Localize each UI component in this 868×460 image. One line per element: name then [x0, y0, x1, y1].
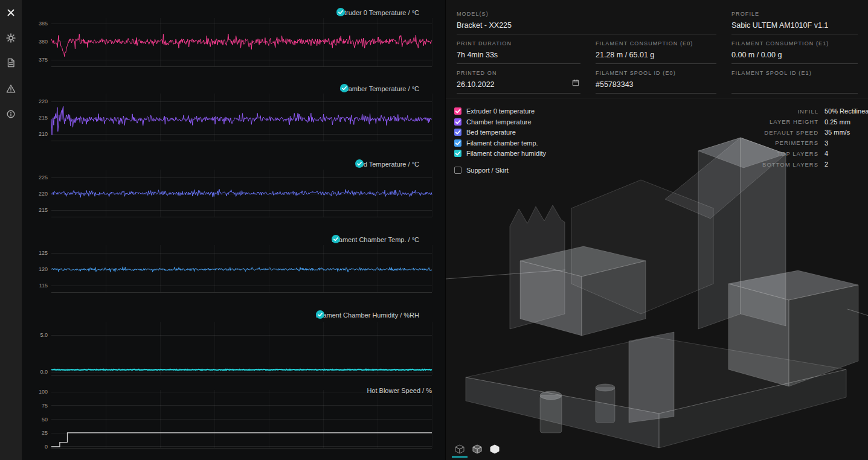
info-field-value[interactable]: [731, 80, 858, 89]
info-field-value[interactable]: 0.00 m / 0.00 g: [731, 51, 858, 60]
y-tick-label: 375: [39, 57, 48, 63]
legend-item-label: Filament chamber humidity: [466, 150, 546, 157]
y-tick-label: 25: [42, 430, 48, 436]
series-line: [51, 106, 432, 135]
series-line: [51, 34, 432, 57]
checked-checkbox[interactable]: [454, 150, 461, 157]
setting-value: 3: [825, 139, 864, 147]
checked-checkbox[interactable]: [454, 118, 461, 126]
info-field-label: MODEL(S): [457, 11, 716, 17]
setting-label: BOTTOM LAYERS: [657, 161, 818, 168]
details-panel: MODEL(S)Bracket - XX225PROFILESabic ULTE…: [445, 0, 868, 460]
chart-title-text: Filament Chamber Humidity / %RH: [316, 311, 419, 319]
legend-item[interactable]: Chamber temperature: [454, 118, 532, 126]
chart-4: 0.05.0: [40, 322, 432, 375]
setting-row: TOP LAYERS4: [657, 150, 864, 157]
series-line: [51, 189, 432, 197]
close-icon[interactable]: [6, 8, 16, 18]
setting-label: TOP LAYERS: [657, 150, 818, 157]
setting-value: 35 mm/s: [825, 129, 864, 136]
unchecked-checkbox[interactable]: [454, 167, 461, 174]
setting-row: BOTTOM LAYERS2: [657, 161, 864, 168]
setting-row: DEFAULT SPEED35 mm/s: [657, 129, 864, 136]
info-field: PRINTED ON26.10.2022: [457, 70, 580, 94]
legend-item-label: Filament chamber temp.: [466, 139, 538, 147]
verified-check-badge[interactable]: [423, 235, 432, 244]
legend-item-label: Chamber temperature: [466, 118, 532, 126]
info-field: FILAMENT CONSUMPTION (E0)21.28 m / 65.01…: [596, 40, 716, 64]
y-tick-label: 75: [42, 403, 48, 409]
checked-checkbox[interactable]: [454, 129, 461, 136]
chart-title: Filament Chamber Humidity / %RH: [316, 310, 432, 319]
verified-check-badge[interactable]: [423, 160, 432, 168]
info-field: FILAMENT SPOOL ID (E0)#55783343: [596, 70, 716, 94]
chart-1: 210215220: [39, 94, 432, 141]
cube-wireframe-icon[interactable]: [454, 444, 465, 455]
legend-item[interactable]: Extruder 0 temperature: [454, 107, 535, 115]
legend-item-label: Support / Skirt: [466, 167, 509, 174]
verified-check-badge[interactable]: [423, 85, 432, 93]
chart-title-text: Bed Temperature / °C: [355, 161, 419, 168]
chart-title: Bed Temperature / °C: [355, 159, 432, 168]
setting-value: 2: [825, 161, 864, 168]
y-tick-label: 0.0: [40, 369, 48, 375]
y-tick-label: 210: [39, 131, 48, 137]
y-tick-label: 120: [39, 266, 48, 272]
chart-title: Filament Chamber Temp. / °C: [332, 235, 432, 244]
y-tick-label: 5.0: [40, 332, 48, 338]
chart-title-text: Extruder 0 Temperature / °C: [336, 9, 419, 16]
info-field-value[interactable]: 21.28 m / 65.01 g: [596, 51, 716, 60]
legend-item[interactable]: Support / Skirt: [454, 167, 509, 174]
y-tick-label: 215: [39, 207, 48, 213]
charts-panel: 3753803852102152202152202251151201250.05…: [22, 0, 445, 460]
chart-title-text: Hot Blower Speed / %: [367, 387, 432, 394]
info-field-label: FILAMENT SPOOL ID (E0): [596, 70, 716, 76]
setting-value: 0.25 mm: [825, 118, 864, 126]
setting-value: 50% Rectilinear: [825, 107, 864, 115]
warning-triangle-icon[interactable]: [6, 84, 16, 94]
y-tick-label: 115: [39, 283, 48, 289]
chart-title: Hot Blower Speed / %: [367, 386, 432, 395]
legend-item[interactable]: Filament chamber humidity: [454, 150, 546, 157]
info-field-label: PRINTED ON: [457, 70, 580, 76]
legend-item[interactable]: Bed temperature: [454, 129, 516, 136]
verified-check-badge[interactable]: [423, 8, 432, 17]
chart-title-text: Filament Chamber Temp. / °C: [332, 236, 419, 243]
cube-solid-icon[interactable]: [489, 444, 500, 455]
info-field-value[interactable]: Sabic ULTEM AM1010F v1.1: [731, 21, 858, 30]
cube-layers-icon[interactable]: [472, 444, 483, 455]
info-field-value[interactable]: 7h 4min 33s: [457, 51, 580, 60]
chart-title: Chamber Temperature / °C: [340, 84, 432, 93]
info-field-value[interactable]: Bracket - XX225: [457, 21, 716, 30]
settings-gear-icon[interactable]: [6, 33, 16, 43]
info-field: MODEL(S)Bracket - XX225: [457, 11, 716, 34]
y-tick-label: 50: [42, 417, 48, 423]
info-field-label: FILAMENT CONSUMPTION (E1): [731, 40, 858, 46]
legend-item[interactable]: Filament chamber temp.: [454, 139, 538, 147]
chart-title-text: Chamber Temperature / °C: [340, 85, 419, 92]
checked-checkbox[interactable]: [454, 139, 461, 147]
y-tick-label: 220: [39, 191, 48, 197]
info-field: FILAMENT CONSUMPTION (E1)0.00 m / 0.00 g: [731, 40, 858, 64]
chart-0: 375380385: [39, 18, 432, 66]
setting-row: LAYER HEIGHT0.25 mm: [657, 118, 864, 126]
info-icon[interactable]: [6, 109, 16, 119]
info-field: PROFILESabic ULTEM AM1010F v1.1: [731, 11, 858, 34]
y-tick-label: 220: [39, 98, 48, 104]
y-tick-label: 125: [39, 250, 48, 256]
panel-divider: [446, 98, 868, 98]
y-tick-label: 0: [45, 444, 48, 450]
calendar-icon[interactable]: [572, 78, 579, 89]
info-field-value[interactable]: 26.10.2022: [457, 80, 580, 89]
verified-check-badge[interactable]: [423, 311, 432, 319]
chart-3: 115120125: [39, 245, 432, 292]
series-line: [51, 369, 432, 370]
info-field: FILAMENT SPOOL ID (E1): [731, 70, 858, 94]
info-field-value[interactable]: #55783343: [596, 80, 716, 89]
setting-label: LAYER HEIGHT: [657, 118, 818, 125]
report-document-icon[interactable]: [6, 58, 16, 68]
chart-2: 215220225: [39, 170, 432, 217]
legend-item-label: Extruder 0 temperature: [466, 107, 535, 115]
checked-checkbox[interactable]: [454, 107, 461, 115]
info-field-label: FILAMENT SPOOL ID (E1): [731, 70, 858, 76]
